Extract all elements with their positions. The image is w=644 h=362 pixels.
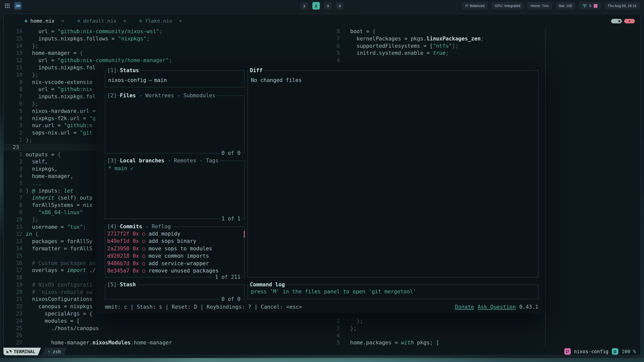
line-number: 7 <box>329 35 340 42</box>
tab-flake.nix[interactable]: ❄flake.nix× <box>138 18 184 24</box>
workspace-button-3[interactable]: 3 <box>324 2 332 10</box>
commits-scrollbar[interactable] <box>244 231 245 238</box>
line-number: 13 <box>4 238 22 245</box>
commit-row[interactable]: 9486b7d 0x ○ add service-wrapper <box>107 260 244 267</box>
clock: Thu Aug 08, 18:16 <box>604 2 640 10</box>
code-line[interactable]: 6 supportedFilesystems = ["ntfs"]; <box>329 42 640 50</box>
commit-row[interactable]: d920218 0x ○ move common imports <box>107 252 244 260</box>
commit-author: 0x <box>130 260 142 267</box>
window-toggle-pill[interactable] <box>611 19 622 23</box>
code-line[interactable]: 14 }; <box>4 42 329 50</box>
line-number: 23 <box>4 310 22 318</box>
code-line[interactable]: 12 url = "github:nix-community/home-mana… <box>4 57 329 64</box>
donate-link[interactable]: Donate <box>455 303 474 311</box>
line-number: 8 <box>4 202 22 209</box>
panel-title: Status <box>120 67 139 73</box>
status-module-1: GPU: Integrated <box>491 2 524 10</box>
system-tray[interactable]: 0 <box>579 2 601 10</box>
lazygit-bottom-bar: mmit: c | Stash: s | Reset: D | Keybindi… <box>105 303 538 311</box>
status-module-2: Home: 7ms <box>527 2 552 10</box>
commit-graph-bullet: ○ <box>142 245 148 252</box>
lazygit-files-panel[interactable]: [2]─Files - Worktrees - Submodules 0 of … <box>105 96 245 153</box>
panel-key: [3] <box>107 158 117 164</box>
code-line[interactable]: 2 }; <box>329 318 640 325</box>
code-line[interactable]: 26 <box>4 332 329 339</box>
nix-snowflake-icon: ❄ <box>25 18 27 24</box>
command-log-content: press 'M' in the files panel to open 'gi… <box>248 285 538 295</box>
panel-key: [2] <box>107 93 117 99</box>
lazygit-version: 0.43.1 <box>519 303 538 311</box>
tab-bar: ❄home.nix×❄default.nix×❄flake.nix× × <box>4 14 640 28</box>
line-number: 14 <box>4 245 22 252</box>
commit-graph-bullet: ○ <box>142 238 148 245</box>
code-line[interactable]: 15 inputs.nixpkgs.follows = "nixpkgs"; <box>4 35 329 42</box>
panel-key: [5] <box>107 282 117 288</box>
line-number: 6 <box>4 100 22 108</box>
commit-hash: b49ef1d <box>107 238 130 245</box>
commit-message: remove unused packages <box>148 267 218 275</box>
lazygit-commits-panel[interactable]: [4]─Commits - Reflog 2717f2f 0x ○ add mo… <box>105 227 245 277</box>
tab-close-icon[interactable]: × <box>179 18 182 24</box>
tab-close-icon[interactable]: × <box>61 18 64 24</box>
logo-badge[interactable]: JW <box>14 2 22 10</box>
code-line[interactable]: 4 <box>329 332 640 339</box>
list-icon[interactable]: ≡ <box>612 348 618 355</box>
line-number: 4 <box>4 173 22 180</box>
code-line[interactable]: 7 kernelPackages = pkgs.linuxPackages_ze… <box>329 35 640 42</box>
tab-label: flake.nix <box>145 18 172 24</box>
repo-label: nixos-config <box>574 349 609 354</box>
code-line[interactable]: 25 ./hosts/canopus <box>4 325 329 332</box>
commit-author: 0x <box>130 267 142 275</box>
tab-default.nix[interactable]: ❄default.nix× <box>76 18 128 24</box>
git-badge-icon[interactable] <box>564 348 571 355</box>
commit-graph-bullet: ○ <box>142 230 148 238</box>
lazygit-diff-panel[interactable]: Diff No changed files <box>248 70 538 277</box>
window-close-pill[interactable]: × <box>624 19 635 23</box>
code-line[interactable]: 27 home-manager.nixosModules.home-manage… <box>4 339 329 346</box>
code-line[interactable]: 5 initrd.systemd.enable = true; <box>329 50 640 57</box>
tab-home.nix[interactable]: ❄home.nix× <box>23 18 66 24</box>
line-number: 2 <box>329 318 340 325</box>
commit-author: 0x <box>130 245 142 252</box>
line-number: 8 <box>4 86 22 93</box>
commit-row[interactable]: 2717f2f 0x ○ add mopidy <box>107 230 244 238</box>
workspace-button-1[interactable]: 1 <box>301 2 308 10</box>
ask-question-link[interactable]: Ask Question <box>477 303 516 311</box>
line-number: 19 <box>4 281 22 289</box>
tab-label: default.nix <box>83 18 116 24</box>
tab-close-icon[interactable]: × <box>123 18 126 24</box>
top-bar-right: P: BalancedGPU: IntegratedHome: 7msBat: … <box>462 2 640 10</box>
code-line[interactable]: 3}; <box>329 325 640 332</box>
lazygit-command-log-panel[interactable]: Command log press 'M' in the files panel… <box>248 285 538 299</box>
keybinding-hints: mmit: c | Stash: s | Reset: D | Keybindi… <box>105 303 302 311</box>
panel-title: Files <box>120 93 136 99</box>
lazygit-branches-panel[interactable]: [3]─Local branches - Remotes - Tags * ma… <box>105 161 245 219</box>
code-line[interactable]: 8boot = { <box>329 28 640 35</box>
commit-message: add sops binary <box>148 238 196 245</box>
line-number: 15 <box>4 252 22 260</box>
workspace-button-4[interactable]: 4 <box>336 2 344 10</box>
code-line[interactable]: 4 <box>329 57 640 64</box>
panel-title: Stash <box>120 282 136 288</box>
panel-key: [4] <box>107 223 117 230</box>
workspace-button-2[interactable]: 2 <box>312 2 320 10</box>
code-line[interactable]: 16 url = "github:nix-community/nixos-wsl… <box>4 28 329 35</box>
panel-count: 1 of 211 <box>214 274 242 281</box>
commit-row[interactable]: 2a23950 0x ○ move sops to modules <box>107 245 244 252</box>
code-line[interactable]: 24 modules = [ <box>4 318 329 325</box>
code-line[interactable]: 5home.packages = with pkgs; [ <box>329 339 640 346</box>
line-number: 2 <box>4 158 22 165</box>
commit-row[interactable]: b49ef1d 0x ○ add sops binary <box>107 238 244 245</box>
line-number: 23 <box>4 144 22 151</box>
commit-message: add mopidy <box>148 230 180 238</box>
app-launcher-icon[interactable] <box>5 4 6 5</box>
code-line[interactable]: 13 home-manager = { <box>4 50 329 57</box>
line-number: 5 <box>329 339 340 346</box>
shell-tab[interactable]: ✎ zsh <box>42 348 67 355</box>
panel-key: [1] <box>107 67 117 73</box>
line-number: 16 <box>4 28 22 35</box>
tray-count: 0 <box>589 4 591 8</box>
line-number: 4 <box>4 115 22 122</box>
lazygit-stash-panel[interactable]: [5]─Stash 0 of 0 <box>105 285 245 299</box>
lazygit-status-panel[interactable]: [1]─Status nixos-config → main <box>105 70 245 87</box>
